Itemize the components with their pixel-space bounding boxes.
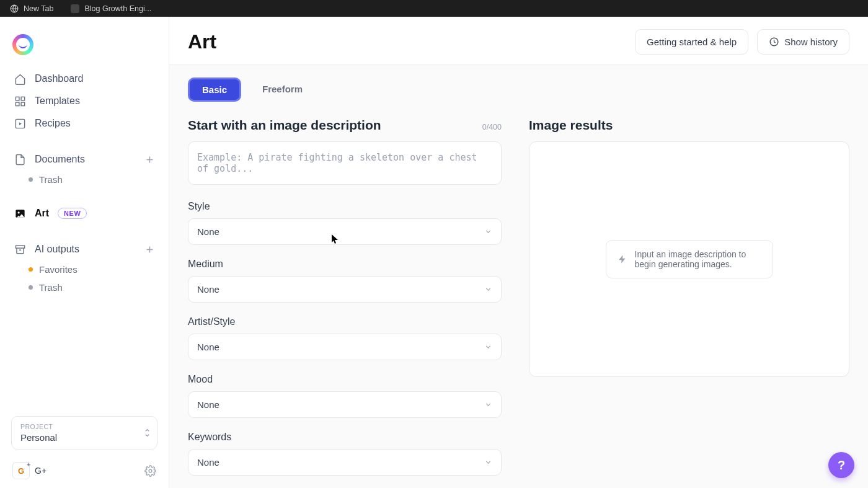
- sidebar-item-label: Favorites: [39, 264, 78, 275]
- svg-rect-2: [21, 97, 25, 100]
- svg-point-9: [149, 469, 152, 472]
- form-column: Start with an image description 0/400 St…: [188, 118, 502, 488]
- style-select[interactable]: None: [188, 218, 502, 245]
- page-header: Art Getting started & help Show history: [169, 17, 868, 65]
- sidebar-item-art[interactable]: Art NEW: [7, 202, 161, 224]
- home-icon: [14, 73, 26, 85]
- browser-tab-label: Blog Growth Engi...: [84, 4, 151, 13]
- desc-section-title: Start with an image description 0/400: [188, 118, 502, 133]
- chevron-down-icon: [484, 343, 492, 351]
- page-title: Art: [188, 30, 216, 53]
- sidebar-item-outputs-trash[interactable]: Trash: [7, 278, 161, 296]
- show-history-button[interactable]: Show history: [757, 29, 849, 55]
- keywords-select[interactable]: None: [188, 449, 502, 476]
- play-square-icon: [14, 117, 26, 130]
- grid-icon: [14, 95, 26, 107]
- tab-freeform[interactable]: Freeform: [249, 78, 316, 102]
- dot-icon: [29, 285, 33, 290]
- dot-icon: [29, 177, 33, 182]
- keywords-label: Keywords: [188, 432, 502, 443]
- clock-icon: [769, 37, 779, 47]
- medium-select[interactable]: None: [188, 276, 502, 303]
- chevron-down-icon: [484, 458, 492, 466]
- chevron-down-icon: [484, 401, 492, 409]
- sidebar-item-documents-trash[interactable]: Trash: [7, 171, 161, 189]
- medium-label: Medium: [188, 259, 502, 270]
- sidebar-item-ai-outputs[interactable]: AI outputs: [7, 238, 161, 260]
- project-switcher[interactable]: PROJECT Personal: [11, 416, 157, 450]
- char-counter: 0/400: [482, 123, 502, 131]
- site-icon: [71, 4, 79, 13]
- sidebar-item-label: Trash: [39, 174, 63, 185]
- sidebar-item-templates[interactable]: Templates: [7, 90, 161, 112]
- style-select-value: None: [197, 226, 219, 237]
- style-label: Style: [188, 201, 502, 212]
- browser-tab-blog[interactable]: Blog Growth Engi...: [66, 4, 156, 13]
- chevron-down-icon: [484, 285, 492, 293]
- help-button[interactable]: Getting started & help: [635, 29, 748, 55]
- results-column: Image results Input an image description…: [529, 118, 849, 488]
- results-title: Image results: [529, 118, 849, 133]
- chevron-up-down-icon: [144, 428, 151, 438]
- sidebar-item-recipes[interactable]: Recipes: [7, 112, 161, 135]
- browser-tab-newtab[interactable]: New Tab: [5, 4, 58, 13]
- sidebar-item-label: Trash: [39, 282, 63, 293]
- artist-select-value: None: [197, 342, 219, 352]
- browser-tab-bar: New Tab Blog Growth Engi...: [0, 0, 868, 17]
- mode-tabs: Basic Freeform: [188, 78, 849, 102]
- sidebar-item-label: Recipes: [35, 118, 71, 129]
- avatar[interactable]: G+: [12, 462, 30, 479]
- help-button-label: Getting started & help: [647, 37, 737, 47]
- project-switcher-label: PROJECT: [20, 423, 148, 430]
- sidebar-item-label: Dashboard: [35, 73, 83, 84]
- image-icon: [14, 207, 26, 220]
- image-description-input[interactable]: [188, 141, 502, 185]
- help-fab[interactable]: ?: [828, 452, 854, 478]
- new-badge: NEW: [58, 208, 87, 219]
- medium-select-value: None: [197, 284, 219, 295]
- svg-rect-8: [16, 246, 24, 248]
- sidebar-item-favorites[interactable]: Favorites: [7, 260, 161, 278]
- app-logo[interactable]: [12, 34, 33, 55]
- svg-point-7: [17, 211, 19, 213]
- mood-select[interactable]: None: [188, 391, 502, 418]
- show-history-label: Show history: [784, 37, 838, 47]
- bolt-icon: [618, 254, 627, 264]
- keywords-select-value: None: [197, 457, 219, 468]
- results-hint: Input an image description to begin gene…: [606, 240, 773, 278]
- user-name: G+: [35, 466, 46, 476]
- svg-rect-4: [21, 102, 25, 106]
- tab-basic[interactable]: Basic: [188, 78, 241, 102]
- sidebar-item-label: Templates: [35, 95, 80, 107]
- browser-tab-label: New Tab: [24, 4, 53, 13]
- sidebar-item-documents[interactable]: Documents: [7, 148, 161, 171]
- sidebar-item-dashboard[interactable]: Dashboard: [7, 68, 161, 90]
- results-hint-text: Input an image description to begin gene…: [635, 249, 761, 269]
- gear-icon[interactable]: [144, 465, 156, 477]
- add-output-icon[interactable]: [144, 244, 155, 255]
- svg-rect-1: [16, 97, 19, 100]
- archive-icon: [14, 243, 26, 255]
- document-icon: [14, 153, 26, 166]
- project-switcher-value: Personal: [20, 432, 148, 443]
- add-document-icon[interactable]: [144, 154, 155, 165]
- mood-select-value: None: [197, 399, 219, 410]
- sidebar-item-label: Art: [35, 208, 49, 219]
- sidebar-item-label: AI outputs: [35, 244, 79, 255]
- artist-label: Artist/Style: [188, 316, 502, 327]
- mood-label: Mood: [188, 374, 502, 385]
- main: Art Getting started & help Show history …: [169, 17, 868, 488]
- globe-icon: [10, 4, 19, 13]
- sidebar-item-label: Documents: [35, 154, 85, 165]
- svg-rect-3: [16, 102, 19, 106]
- sidebar: Dashboard Templates Recipes: [0, 17, 169, 488]
- artist-select[interactable]: None: [188, 334, 502, 360]
- chevron-down-icon: [484, 228, 492, 236]
- dot-icon: [29, 267, 33, 272]
- results-box: Input an image description to begin gene…: [529, 141, 849, 377]
